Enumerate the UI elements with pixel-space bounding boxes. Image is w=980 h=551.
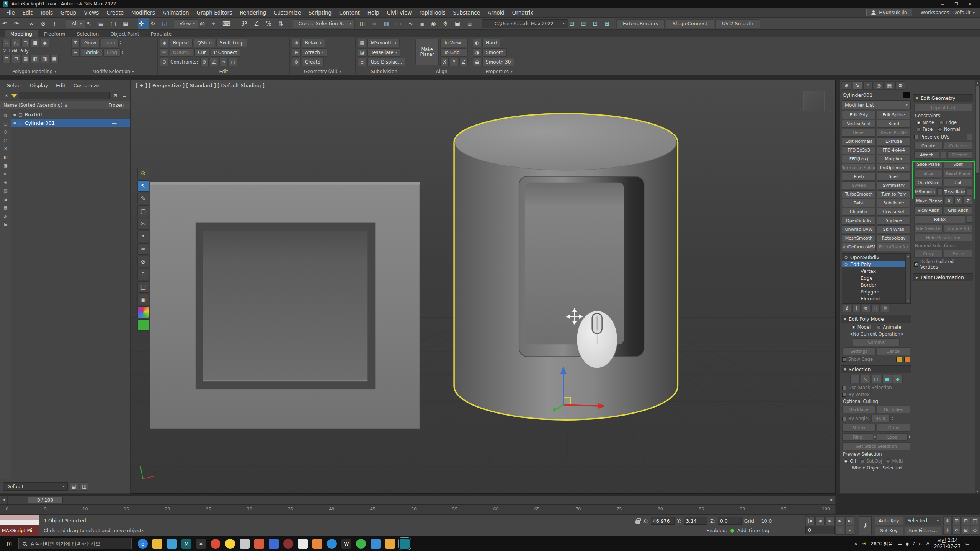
smooth-button[interactable]: Smooth [482,48,507,57]
constraint-none-radio[interactable]: None [916,120,934,125]
ribbon-tab[interactable]: Populate [145,30,177,37]
poly-tool-icon[interactable]: ◧ [31,55,39,63]
select-object-icon[interactable]: ↖ [86,18,97,29]
rollout-header[interactable]: ▼Edit Geometry [913,94,973,102]
modifier-button[interactable]: Edit Poly [842,111,876,119]
constraint-edge-radio[interactable]: Edge [939,120,957,125]
properties-icon[interactable]: ◑ [473,48,481,57]
menu-item[interactable]: Tools [36,9,57,16]
explorer-filter-icon[interactable]: ◪ [2,196,10,202]
subdivision-icon[interactable]: ◪ [358,48,366,57]
vertex-subobject-icon[interactable]: ∴ [850,375,860,383]
explorer-filter-icon[interactable]: ▣ [2,162,10,169]
subobject-icon[interactable]: ◆ [41,39,49,47]
time-config-icon[interactable]: ▾ [845,526,854,535]
preview-subobj-radio[interactable]: SubObj [860,458,882,464]
visibility-dot-icon[interactable]: ● [13,121,16,125]
file-explorer-icon[interactable] [152,539,162,549]
modifier-button[interactable]: FFD 3x3x3 [842,146,876,154]
subobject-icon[interactable]: ▢ [21,39,30,47]
app-darkred-icon[interactable] [283,539,293,549]
previous-frame-arrow[interactable]: ◀ [0,498,7,502]
filter-funnel-icon[interactable] [11,94,17,98]
field-of-view-icon[interactable]: ◇ [971,526,979,535]
paste-button[interactable]: Paste [944,250,973,258]
planar-y-button[interactable]: Y [954,197,963,205]
hierarchy-tab-icon[interactable]: ⌗ [863,81,873,90]
layer-list-icon[interactable]: ◫ [80,482,88,491]
unlink-selection-icon[interactable]: ⊘ [40,18,51,29]
preserve-uvs-checkbox[interactable] [914,135,918,139]
palette-icon[interactable] [137,306,149,318]
modify-selection-icon[interactable]: ⊞ [71,39,80,47]
edit-icon[interactable]: ✄ [160,48,168,57]
cancel-button[interactable]: Cancel [877,347,911,355]
ribbon-tab[interactable]: Freeform [39,30,71,37]
menu-item[interactable]: Customize [270,9,305,16]
subobject-icon[interactable]: ◺ [12,39,20,47]
modifier-button[interactable]: Bevel Profile [877,129,911,137]
show-end-result-icon[interactable]: ∥ [852,305,861,312]
shrink-button[interactable]: Shrink [81,48,102,57]
user-account-button[interactable]: Hyunsuk Jin [866,9,912,16]
attach-button[interactable]: Attach [914,151,939,159]
constraint-icon[interactable]: ▱ [219,58,228,66]
mirror-icon[interactable]: ◫ [359,18,371,29]
transport-button[interactable]: ▶ [835,516,844,525]
command-panel-scrollbar[interactable]: ▴ ▾ [975,80,980,493]
grow-button[interactable]: Grow [877,424,911,432]
copy-button[interactable]: Copy [914,250,943,258]
clear-search-icon[interactable]: ✕ [3,93,10,98]
current-frame-field[interactable]: 0 [805,526,835,534]
separator[interactable] [238,19,238,28]
explorer-filter-icon[interactable]: ▤ [2,187,10,194]
next-frame-arrow[interactable]: ▶ [828,498,835,502]
app-w-icon[interactable]: W [341,539,351,549]
pan-icon[interactable]: ✛ [943,526,952,535]
set-key-button[interactable]: Set Key [875,527,903,535]
security-tray-icon[interactable]: ◆ [905,541,909,546]
align-z-button[interactable]: Z [459,58,468,66]
explorer-column-header[interactable]: Name (Sorted Ascending) ▲ Frozen [0,101,130,109]
toolbar-extra-icon[interactable]: ⊞ [569,18,580,29]
detach-button[interactable]: Detach [947,151,973,159]
layer-icon[interactable]: ▤ [70,482,78,491]
snaps-toggle-3d-icon[interactable]: 3² [240,18,253,29]
maxscript-mini-listener[interactable]: MAXScript Mi [0,515,39,536]
shape-connect-button[interactable]: ShapeConnect [666,19,714,28]
explorer-filter-icon[interactable]: ⊟ [2,221,10,228]
percent-snap-icon[interactable]: % [265,18,277,29]
toolbar-extra-icon[interactable]: ⊡ [592,18,603,29]
explorer-settings-icon[interactable]: ≡ [121,93,127,98]
rendered-frame-window-icon[interactable]: ▣ [454,18,466,29]
add-time-tag[interactable]: Add Time Tag [737,528,769,533]
panel-caption[interactable]: Modify Selection▾ [71,68,155,75]
render-setup-icon[interactable]: ⚙ [442,18,453,29]
create-tab-icon[interactable]: ⊕ [842,81,851,90]
enabled-indicator[interactable] [730,529,734,533]
app-green-icon[interactable] [356,539,366,549]
select-and-move-icon[interactable]: ✛ [138,18,149,29]
swift-loop-button[interactable]: Swift Loop [216,39,247,47]
select-and-scale-icon[interactable]: ◱ [162,18,173,29]
modifier-button[interactable]: Extrude [877,137,911,145]
scrollbar-thumb[interactable] [976,86,979,174]
modifier-list-dropdown[interactable]: Modifier List ▾ [842,100,911,109]
stack-row[interactable]: Vertex [842,267,905,274]
edit-icon[interactable]: ◈ [160,39,168,47]
attach-button[interactable]: Attach▾ [302,48,327,57]
loop-button[interactable]: Loop [101,39,119,47]
ribbon-tab[interactable]: Selection [72,30,105,37]
z-coordinate-field[interactable]: 0.0 [718,517,742,525]
modifier-button[interactable]: Turn to Poly [877,190,911,198]
ring-spinner[interactable]: ▴▾ [874,435,876,439]
settings-button[interactable]: Settings [842,347,876,355]
modifier-button[interactable]: Skin Wrap [877,225,911,233]
menu-item[interactable]: Scripting [305,9,335,16]
separator[interactable] [26,19,26,28]
selection-filter-dropdown[interactable]: All▾ [66,19,85,28]
maximize-button[interactable]: ❐ [949,0,963,8]
use-stack-selection-checkbox[interactable] [842,386,846,390]
toggle-scene-explorer-icon[interactable]: ▥ [383,18,394,29]
maximize-viewport-icon[interactable]: ⊠ [962,526,970,535]
